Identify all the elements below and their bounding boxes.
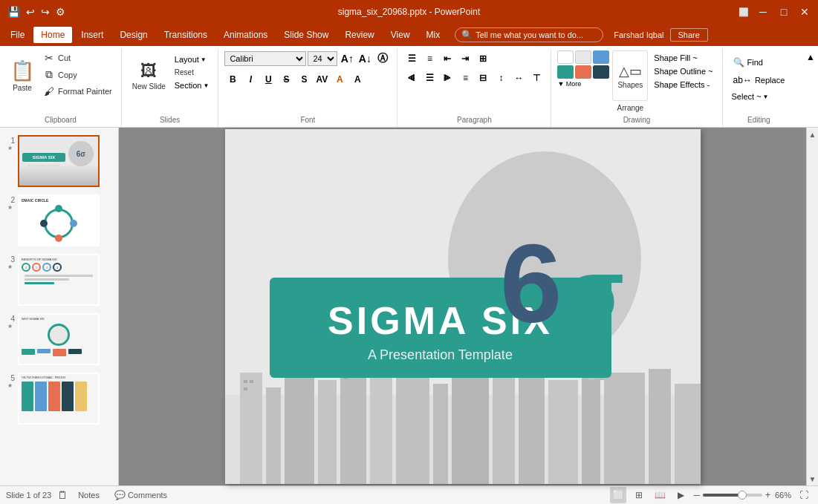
menu-slideshow[interactable]: Slide Show	[276, 27, 336, 43]
justify-button[interactable]: ≡	[457, 70, 473, 86]
italic-button[interactable]: I	[242, 71, 259, 88]
comments-button[interactable]: 💬 Comments	[110, 488, 172, 502]
menu-home[interactable]: Home	[33, 27, 72, 43]
numbering-button[interactable]: ≡	[421, 50, 438, 67]
replace-button[interactable]: ab↔ Replace	[729, 73, 790, 88]
align-center-button[interactable]: ☰	[421, 70, 438, 86]
clear-format-button[interactable]: Ⓐ	[374, 50, 391, 67]
menu-view[interactable]: View	[383, 27, 418, 43]
svg-rect-4	[318, 380, 337, 484]
slide-sorter-button[interactable]: ⊞	[631, 487, 647, 503]
menu-review[interactable]: Review	[337, 27, 381, 43]
bold-button[interactable]: B	[224, 71, 241, 88]
menu-mix[interactable]: Mix	[419, 27, 448, 43]
tell-me-placeholder: Tell me what you want to do...	[475, 30, 583, 39]
menu-file[interactable]: File	[3, 27, 32, 43]
minimize-button[interactable]: ─	[756, 4, 770, 19]
slide-thumb-4[interactable]: 4 ★ WHY SIGMA SIX	[3, 312, 115, 367]
close-button[interactable]: ✕	[797, 4, 812, 19]
slide-thumb-2[interactable]: 2 ★ DMAIC CIRCLE	[3, 193, 115, 248]
menu-animations[interactable]: Animations	[216, 27, 275, 43]
align-text-button[interactable]: ⊤	[528, 70, 545, 86]
scroll-up-button[interactable]: ▲	[808, 129, 818, 140]
find-button[interactable]: 🔍 Find	[729, 55, 767, 70]
redo-icon[interactable]: ↪	[39, 4, 51, 19]
section-button[interactable]: Section ▼	[172, 79, 212, 91]
zoom-slider-track[interactable]	[703, 494, 762, 497]
slide-thumb-1[interactable]: 1 ★ 6σ SIGMA SIX A Presentation Template	[3, 134, 115, 189]
shape-outline-button[interactable]: Shape Outline ~	[651, 65, 715, 77]
columns-button[interactable]: ⊟	[475, 70, 491, 86]
arrange-button[interactable]: Arrange	[612, 102, 648, 114]
shape-style-3[interactable]	[593, 50, 609, 64]
decrease-font-button[interactable]: A↓	[357, 50, 373, 67]
bullets-button[interactable]: ☰	[403, 50, 420, 67]
shadow-button[interactable]: S	[296, 71, 312, 88]
paste-button[interactable]: 📋 Paste	[6, 50, 39, 101]
text-direction-button[interactable]: ↔	[510, 70, 527, 86]
restore-button[interactable]: □	[776, 4, 791, 19]
svg-text:6: 6	[500, 221, 562, 346]
save-icon[interactable]: 💾	[6, 4, 22, 19]
font-family-select[interactable]: Calibri	[224, 51, 306, 66]
convert-to-smartart-button[interactable]: ⊞	[475, 50, 491, 67]
slide-preview-5[interactable]: THE FIVE PHASES OF DMAIC - PROCESS	[18, 373, 100, 425]
slide-preview-1[interactable]: 6σ SIGMA SIX A Presentation Template	[18, 135, 100, 187]
char-spacing-button[interactable]: AV	[314, 71, 330, 88]
new-slide-button[interactable]: 🖼 New Slide	[128, 50, 170, 101]
shape-style-6[interactable]	[593, 65, 609, 79]
font-size-select[interactable]: 24	[308, 51, 337, 66]
increase-indent-button[interactable]: ⇥	[457, 50, 473, 67]
zoom-in-button[interactable]: +	[765, 490, 770, 500]
comments-label: Comments	[128, 491, 167, 500]
slide-notes-icon[interactable]: 🗒	[57, 489, 68, 501]
ribbon-slides-group: 🖼 New Slide Layout ▼ Reset Section ▼ Sli…	[122, 49, 219, 127]
zoom-out-button[interactable]: ─	[693, 490, 700, 500]
shape-effects-button[interactable]: Shape Effects -	[651, 79, 715, 91]
slideshow-view-button[interactable]: ▶	[672, 487, 689, 503]
decrease-indent-button[interactable]: ⇤	[439, 50, 455, 67]
svg-rect-8	[433, 384, 448, 484]
shape-style-1[interactable]	[557, 50, 574, 64]
menu-transitions[interactable]: Transitions	[157, 27, 215, 43]
customize-icon[interactable]: ⚙	[54, 4, 67, 19]
text-highlight-button[interactable]: A	[349, 71, 366, 88]
strikethrough-button[interactable]: S	[278, 71, 294, 88]
increase-font-button[interactable]: A↑	[339, 50, 355, 67]
slide-thumb-5[interactable]: 5 ★ THE FIVE PHASES OF DMAIC - PROCESS	[3, 371, 115, 426]
editing-label: Editing	[729, 114, 790, 124]
slide-preview-4[interactable]: WHY SIGMA SIX	[18, 313, 100, 365]
font-color-button[interactable]: A	[331, 71, 348, 88]
fit-slide-button[interactable]: ⛶	[796, 487, 812, 503]
format-painter-button[interactable]: 🖌Format Painter	[40, 84, 115, 99]
ribbon-collapse-button[interactable]: ▲	[803, 49, 818, 65]
menu-insert[interactable]: Insert	[74, 27, 111, 43]
slide-preview-2[interactable]: DMAIC CIRCLE	[18, 194, 100, 246]
cut-button[interactable]: ✂Cut	[40, 50, 115, 65]
share-button[interactable]: Share	[670, 28, 708, 42]
line-spacing-button[interactable]: ↕	[493, 70, 509, 86]
underline-button[interactable]: U	[260, 71, 276, 88]
menu-design[interactable]: Design	[112, 27, 155, 43]
shape-style-5[interactable]	[575, 65, 591, 79]
copy-button[interactable]: ⧉Copy	[40, 67, 115, 82]
normal-view-button[interactable]: ⬜	[610, 487, 626, 503]
reading-view-button[interactable]: 📖	[652, 487, 668, 503]
undo-icon[interactable]: ↩	[25, 4, 36, 19]
tell-me-input[interactable]: 🔍 Tell me what you want to do...	[455, 27, 603, 42]
shape-fill-button[interactable]: Shape Fill ~	[651, 52, 715, 64]
notes-button[interactable]: Notes	[74, 489, 104, 501]
align-right-button[interactable]: ⫸	[439, 70, 455, 86]
tablet-mode-icon[interactable]: ⬜	[738, 6, 750, 18]
shape-style-2[interactable]	[575, 50, 591, 64]
scroll-down-button[interactable]: ▼	[808, 474, 818, 484]
layout-button[interactable]: Layout ▼	[172, 53, 212, 65]
align-left-button[interactable]: ⫷	[403, 70, 420, 86]
slide-thumb-3[interactable]: 3 ★ BENEFITS OF SIGMA SIX 6 5 4 3	[3, 252, 115, 307]
reset-button[interactable]: Reset	[172, 67, 212, 78]
more-styles-button[interactable]: ▼ More	[557, 80, 609, 88]
select-button[interactable]: Select ~ ▼	[729, 91, 772, 102]
shape-style-4[interactable]	[557, 65, 574, 79]
shapes-button[interactable]: △▭ Shapes	[612, 50, 648, 101]
slide-preview-3[interactable]: BENEFITS OF SIGMA SIX 6 5 4 3	[18, 254, 100, 306]
